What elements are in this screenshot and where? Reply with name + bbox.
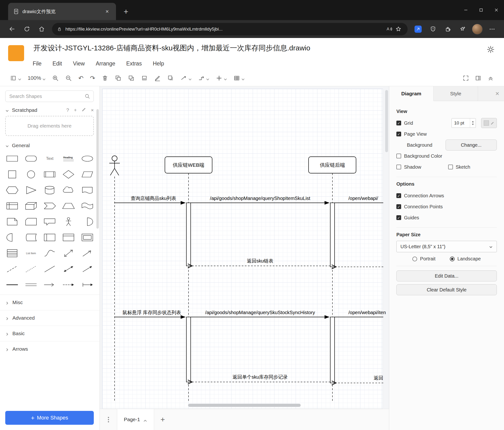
shape-process[interactable] [40,167,59,182]
table-dropdown[interactable] [233,75,245,82]
search-icon[interactable] [84,93,90,99]
undo-button[interactable]: ↶ [78,75,83,81]
shape-list-item[interactable]: List Item [22,245,41,261]
shape-frame[interactable] [78,230,97,245]
pages-menu-icon[interactable] [100,409,117,430]
vertical-scrollbar-thumb[interactable] [385,90,388,152]
shape-rectangle[interactable] [3,151,22,167]
shape-triangle[interactable] [22,182,41,198]
scratchpad-dropzone[interactable]: Drag elements here [5,116,94,136]
shape-tape[interactable] [78,198,97,214]
menu-view[interactable]: View [73,60,85,67]
menu-file[interactable]: File [33,60,42,67]
shape-curve[interactable] [40,245,59,261]
connection-style-dropdown[interactable] [180,75,192,82]
portrait-radio[interactable] [412,257,417,261]
scratchpad-header[interactable]: Scratchpad ? + × [0,104,99,115]
message-open-webapi-1[interactable]: /open/webapi/ [334,196,383,203]
shape-actor[interactable] [59,214,78,230]
section-basic[interactable]: Basic [0,326,99,341]
to-front-button[interactable] [115,75,121,82]
new-tab-button[interactable]: + [121,7,131,16]
scratchpad-close-icon[interactable]: × [91,107,94,113]
connection-points-checkbox[interactable]: ✓ [396,204,401,209]
fullscreen-button[interactable] [462,75,469,82]
sidebar-scrollbar-thumb[interactable] [96,109,99,229]
shape-note[interactable] [3,214,22,230]
add-page-button[interactable]: + [154,409,171,430]
shape-trapezoid[interactable] [59,198,78,214]
shape-document[interactable] [78,182,97,198]
waypoints-dropdown[interactable] [198,75,209,82]
paper-size-select[interactable]: US-Letter (8,5" x 11") [396,241,497,252]
shape-cylinder[interactable] [40,182,59,198]
search-shapes-box[interactable] [5,91,94,102]
shape-link[interactable] [22,277,41,293]
message-hover-stock-sync[interactable]: 鼠标悬浮 库存同步状态列表 [115,310,185,317]
activation-bar-web-1[interactable] [186,203,191,266]
page-tab-1[interactable]: Page-1 [117,409,154,430]
shape-card[interactable] [22,214,41,230]
read-aloud-icon[interactable]: A [385,25,394,34]
grid-checkbox[interactable]: ✓ [396,121,401,125]
shape-bidirectional-arrow[interactable] [59,245,78,261]
shape-step[interactable] [40,198,59,214]
return-single-sku-record[interactable]: 返回单个sku库存同步记录 [192,374,330,382]
shape-text[interactable]: Text [40,151,59,167]
shape-diamond[interactable] [59,167,78,182]
sketch-checkbox[interactable] [448,165,453,169]
grid-size-stepper[interactable] [470,119,476,128]
shape-internal-storage[interactable] [3,198,22,214]
shape-ellipse[interactable] [78,151,97,167]
tab-close-icon[interactable]: × [103,7,111,16]
theme-toggle-sun-icon[interactable] [485,44,496,55]
extensions-puzzle-icon[interactable] [442,23,453,35]
minimize-button[interactable] [458,0,473,20]
shape-bidirectional-connector[interactable] [59,261,78,277]
shape-dotted-line[interactable] [22,261,41,277]
favorite-star-icon[interactable] [394,25,403,34]
browser-tab[interactable]: drawio文件预览 × [8,3,116,20]
page-view-checkbox[interactable]: ✓ [396,132,401,136]
address-bar[interactable]: https://file.kkview.cn/onlinePreview?url… [52,23,408,35]
tab-diagram[interactable]: Diagram [389,86,434,101]
zoom-level-dropdown[interactable]: 100% [28,75,45,81]
activation-bar-web-2[interactable] [186,317,191,382]
search-input[interactable] [9,93,84,99]
fill-color-button[interactable] [141,75,148,82]
shape-and[interactable] [3,230,22,245]
shape-or[interactable] [78,214,97,230]
shape-cube[interactable] [22,198,41,214]
maximize-button[interactable] [473,0,489,20]
shape-circle[interactable] [22,167,41,182]
zoom-in-button[interactable] [52,75,59,82]
collapse-expand-button[interactable] [487,75,494,82]
section-advanced[interactable]: Advanced [0,310,99,326]
scratchpad-edit-icon[interactable] [82,107,86,113]
shape-horizontal-line[interactable] [3,277,22,293]
shape-data-storage[interactable] [22,230,41,245]
to-back-button[interactable] [128,75,135,82]
refresh-button[interactable] [21,23,32,35]
actor-figure[interactable] [109,156,120,175]
lifeline-backend[interactable]: 供应链后端 [309,157,356,173]
message-api-query-sku-stock-sync-history[interactable]: /api/goods/shopManage/querySkuStockSyncH… [191,310,329,317]
section-general[interactable]: General [0,139,99,151]
grid-size-input[interactable] [452,119,467,128]
portrait-radio-item[interactable]: Portrait [412,256,435,262]
menu-help[interactable]: Help [153,60,164,67]
edit-data-button[interactable]: Edit Data... [396,271,497,281]
insert-dropdown[interactable] [216,75,227,82]
landscape-radio-item[interactable]: Landscape [450,256,481,262]
profile-avatar[interactable] [472,23,483,35]
zoom-out-button[interactable] [65,75,72,82]
redo-button[interactable]: ↷ [90,75,95,81]
landscape-radio[interactable] [450,257,455,261]
shape-line[interactable] [40,261,59,277]
return-sku-list[interactable]: 返回sku链表 [192,258,330,266]
browser-menu-icon[interactable] [486,23,498,35]
menu-edit[interactable]: Edit [53,60,62,67]
section-arrows[interactable]: Arrows [0,341,99,357]
menu-arrange[interactable]: Arrange [96,60,115,67]
shape-container[interactable] [40,230,59,245]
